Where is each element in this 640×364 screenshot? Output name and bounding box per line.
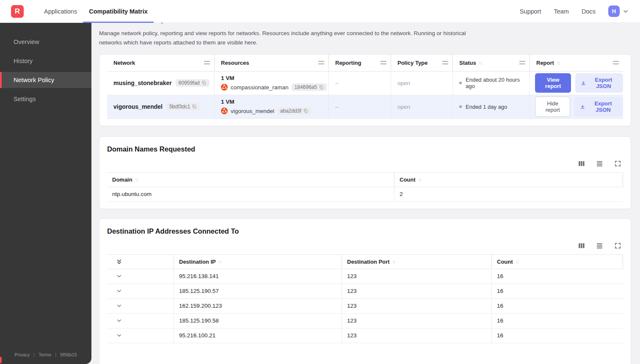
nav-link-support[interactable]: Support — [520, 8, 541, 15]
report-cell: Hide report Export JSON — [530, 95, 623, 119]
nav-link-docs[interactable]: Docs — [582, 8, 596, 15]
sort-icon[interactable]: ↑↓ — [418, 177, 421, 182]
network-id-badge: 5bdf3dc1 — [166, 103, 200, 110]
network-cell: musing_stonebraker 60959fad — [107, 72, 214, 95]
col-header-expand-all[interactable] — [107, 255, 174, 269]
col-header-count[interactable]: Count ↑↓ — [491, 255, 623, 269]
hide-report-button[interactable]: Hide report — [535, 97, 570, 117]
sidebar-items: Overview History Network Policy Settings — [0, 34, 91, 110]
destination-ip-cell: 162.159.200.123 — [174, 299, 342, 313]
export-json-button[interactable]: Export JSON — [575, 73, 623, 93]
reporting-cell: – — [328, 72, 391, 95]
nav-link-team[interactable]: Team — [554, 8, 568, 15]
double-chevron-down-icon[interactable] — [116, 259, 122, 265]
column-resize-handle[interactable] — [442, 61, 448, 64]
sidebar-item-overview[interactable]: Overview — [0, 34, 91, 50]
sort-icon[interactable]: ↑↓ — [516, 259, 519, 264]
chevron-down-icon[interactable] — [622, 8, 629, 15]
download-icon — [581, 80, 586, 86]
domain-row[interactable]: ntp.ubuntu.com 2 — [107, 187, 623, 202]
col-header-resources[interactable]: Resources — [214, 55, 328, 71]
col-header-network[interactable]: Network — [107, 55, 214, 71]
fullscreen-icon[interactable] — [614, 160, 621, 167]
col-header-count[interactable]: Count ↑↓ — [394, 173, 623, 187]
network-id-badge: 60959fad — [176, 79, 210, 87]
export-json-button[interactable]: Export JSON — [574, 97, 623, 116]
app-logo[interactable]: R — [11, 5, 24, 18]
chevron-down-icon[interactable] — [116, 332, 122, 339]
destination-row[interactable]: 185.125.190.58 123 16 — [107, 314, 623, 328]
view-report-button[interactable]: View report — [535, 73, 571, 93]
chevron-down-icon[interactable] — [116, 273, 122, 279]
vm-id-badge: 184696a5 — [292, 83, 327, 91]
tab-compatibility-matrix[interactable]: Compatibility Matrix — [83, 0, 154, 23]
col-header-domain[interactable]: Domain ↑↓ — [107, 173, 394, 187]
column-resize-handle[interactable] — [204, 61, 210, 64]
destination-row[interactable]: 162.159.200.123 123 16 — [107, 299, 623, 314]
copy-icon[interactable] — [201, 80, 207, 85]
chevron-down-icon[interactable] — [116, 288, 122, 294]
network-row-musing-stonebraker[interactable]: musing_stonebraker 60959fad 1 VM — [107, 72, 623, 95]
network-cell: vigorous_mendel 5bdf3dc1 — [107, 95, 214, 119]
col-header-destination-ip[interactable]: Destination IP ↑↓ — [174, 255, 342, 269]
user-menu[interactable]: H — [608, 6, 629, 17]
avatar[interactable]: H — [608, 6, 620, 17]
status-cell: Ended 1 day ago — [452, 95, 530, 119]
rows-icon[interactable] — [596, 160, 603, 167]
network-name: musing_stonebraker — [113, 80, 172, 86]
fullscreen-icon[interactable] — [614, 242, 621, 249]
destination-port-cell: 123 — [342, 269, 491, 284]
sidebar-item-history[interactable]: History — [0, 53, 91, 69]
vm-count: 1 VM — [221, 75, 327, 81]
column-resize-handle[interactable] — [519, 61, 525, 64]
expander-cell — [107, 284, 174, 298]
chevron-down-icon[interactable] — [116, 317, 122, 324]
columns-icon[interactable] — [578, 242, 585, 249]
count-cell: 16 — [491, 269, 623, 284]
chevron-down-icon[interactable] — [116, 303, 122, 309]
sidebar-item-settings[interactable]: Settings — [0, 91, 91, 107]
sort-icon[interactable]: ↑↓ — [392, 259, 395, 264]
col-header-report[interactable]: Report ↑↓ — [530, 55, 623, 71]
divider: | — [55, 352, 56, 357]
column-resize-handle[interactable] — [613, 61, 619, 64]
count-cell: 2 — [394, 187, 623, 201]
columns-icon[interactable] — [578, 160, 585, 167]
column-resize-handle[interactable] — [318, 61, 324, 64]
copy-icon[interactable] — [319, 85, 324, 90]
col-header-status[interactable]: Status ↑↓ — [452, 55, 530, 71]
policy-type-cell: open — [391, 72, 452, 95]
destination-row[interactable]: 185.125.190.57 123 16 — [107, 284, 623, 299]
sort-icon[interactable]: ↑↓ — [479, 60, 482, 65]
sort-icon[interactable]: ↑↓ — [557, 60, 560, 65]
network-row-vigorous-mendel[interactable]: vigorous_mendel 5bdf3dc1 1 VM — [107, 95, 623, 119]
count-cell: 16 — [491, 284, 623, 298]
col-header-reporting[interactable]: Reporting — [328, 55, 391, 71]
page-description: Manage network policy, reporting and vie… — [99, 29, 472, 48]
copy-icon[interactable] — [192, 104, 197, 109]
terms-link[interactable]: Terms — [39, 352, 51, 357]
brand-accent-sliver — [0, 357, 2, 363]
privacy-link[interactable]: Privacy — [14, 352, 30, 357]
sort-icon[interactable]: ↑↓ — [218, 259, 221, 264]
expander-cell — [107, 269, 174, 284]
destination-row[interactable]: 95.216.100.21 123 16 — [107, 328, 623, 343]
col-header-destination-port[interactable]: Destination Port ↑↓ — [342, 255, 491, 269]
destination-row[interactable]: 95.216.138.141 123 16 — [107, 269, 623, 284]
sidebar-item-network-policy[interactable]: Network Policy — [0, 72, 91, 88]
domains-card-title: Domain Names Requested — [107, 145, 623, 153]
col-header-policy-type[interactable]: Policy Type — [391, 55, 452, 71]
rows-icon[interactable] — [596, 242, 603, 249]
sidebar: Overview History Network Policy Settings… — [0, 23, 91, 364]
sort-icon[interactable]: ↑↓ — [135, 177, 138, 182]
copy-icon[interactable] — [303, 108, 308, 113]
vm-name: vigorous_mendel — [231, 108, 274, 114]
column-resize-handle[interactable] — [381, 61, 386, 64]
top-nav: R Applications Compatibility Matrix Supp… — [0, 0, 640, 23]
expander-cell — [107, 314, 174, 328]
tab-applications[interactable]: Applications — [38, 0, 83, 23]
destination-ip-cell: 95.216.100.21 — [174, 328, 342, 343]
vm-count: 1 VM — [221, 99, 311, 105]
count-cell: 16 — [491, 314, 623, 328]
table-toolbar — [107, 160, 621, 167]
